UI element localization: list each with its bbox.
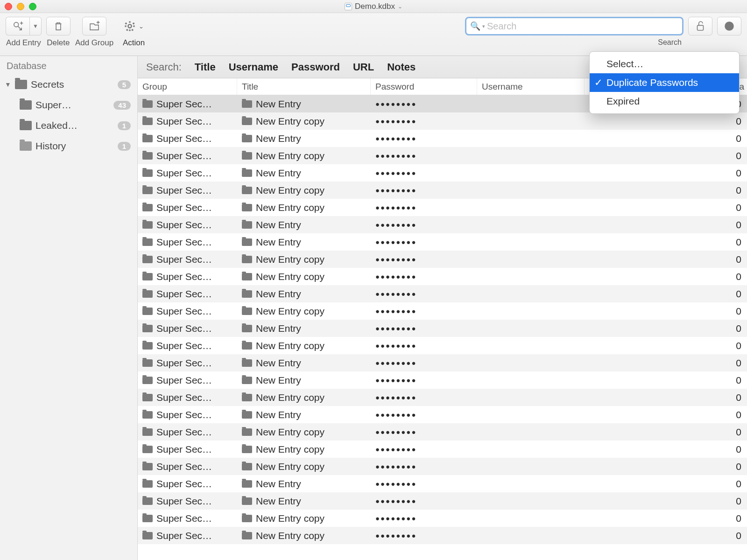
table-row[interactable]: Super Sec…New Entry●●●●●●●●0 (138, 216, 747, 233)
add-group-button[interactable] (82, 17, 106, 35)
col-username[interactable]: Username (477, 78, 585, 95)
title-chevron-icon[interactable]: ⌄ (398, 3, 402, 10)
delete-button[interactable] (46, 17, 70, 35)
folder-icon (242, 446, 252, 453)
chevron-down-icon: ▼ (33, 23, 38, 29)
col-title[interactable]: Title (237, 78, 371, 95)
menu-item-expired[interactable]: Expired (590, 92, 739, 111)
cell-url (585, 130, 719, 147)
cell-username (477, 510, 585, 527)
menu-item-select[interactable]: Select… (590, 55, 739, 73)
cell-group: Super Sec… (138, 285, 237, 302)
table-row[interactable]: Super Sec…New Entry●●●●●●●●0 (138, 164, 747, 182)
sidebar-item-badge: 1 (118, 142, 131, 151)
table-row[interactable]: Super Sec…New Entry●●●●●●●●0 (138, 492, 747, 510)
cell-title: New Entry copy (237, 268, 371, 285)
menu-item-duplicatepasswords[interactable]: ✓Duplicate Passwords (590, 73, 739, 92)
sidebar-item-secrets[interactable]: ▼Secrets5 (0, 74, 137, 95)
cell-title: New Entry (237, 354, 371, 371)
cell-password: ●●●●●●●● (371, 371, 477, 389)
lock-group (688, 17, 712, 48)
cell-title: New Entry copy (237, 199, 371, 216)
add-entry-dropdown[interactable]: ▼ (29, 17, 42, 35)
svg-rect-1 (698, 25, 704, 30)
folder-icon (242, 515, 252, 522)
sidebar-item-label: Secrets (31, 79, 114, 90)
cell-username (477, 130, 585, 147)
disclosure-triangle-icon[interactable]: ▼ (5, 81, 11, 88)
search-scope-chevron-icon[interactable]: ▾ (482, 23, 485, 29)
table-row[interactable]: Super Sec…New Entry copy●●●●●●●●0 (138, 112, 747, 130)
folder-icon (242, 273, 252, 280)
cell-password: ●●●●●●●● (371, 164, 477, 182)
cell-attachments: 0 (719, 354, 747, 371)
table-row[interactable]: Super Sec…New Entry copy●●●●●●●●0 (138, 527, 747, 544)
table-row[interactable]: Super Sec…New Entry copy●●●●●●●●0 (138, 389, 747, 406)
table-row[interactable]: Super Sec…New Entry copy●●●●●●●●0 (138, 199, 747, 216)
cell-attachments: 0 (719, 164, 747, 182)
table-row[interactable]: Super Sec…New Entry●●●●●●●●0 (138, 354, 747, 371)
table-row[interactable]: Super Sec…New Entry copy●●●●●●●●0 (138, 251, 747, 268)
add-entry-button[interactable] (6, 17, 29, 35)
table-row[interactable]: Super Sec…New Entry●●●●●●●●0 (138, 285, 747, 302)
sidebar-item-super[interactable]: Super…43 (0, 95, 137, 115)
table-row[interactable]: Super Sec…New Entry copy●●●●●●●●0 (138, 268, 747, 285)
filter-username[interactable]: Username (229, 61, 278, 73)
cell-url (585, 112, 719, 130)
window-title-text: Demo.kdbx (355, 2, 395, 11)
cell-title: New Entry copy (237, 112, 371, 130)
svg-point-4 (728, 23, 730, 25)
lock-button[interactable] (688, 17, 712, 35)
cell-attachments: 0 (719, 475, 747, 492)
cell-username (477, 147, 585, 164)
folder-icon (142, 135, 153, 142)
cell-password: ●●●●●●●● (371, 112, 477, 130)
table-row[interactable]: Super Sec…New Entry copy●●●●●●●●0 (138, 423, 747, 441)
search-group: 🔍 ▾ Search (465, 17, 684, 47)
folder-icon (242, 290, 252, 298)
cell-group: Super Sec… (138, 423, 237, 441)
cell-url (585, 302, 719, 320)
table-row[interactable]: Super Sec…New Entry copy●●●●●●●●0 (138, 337, 747, 354)
filter-title[interactable]: Title (195, 61, 216, 73)
table-row[interactable]: Super Sec…New Entry copy●●●●●●●●0 (138, 458, 747, 475)
table-row[interactable]: Super Sec…New Entry●●●●●●●●0 (138, 233, 747, 251)
table-row[interactable]: Super Sec…New Entry●●●●●●●●0 (138, 320, 747, 337)
add-group-label: Add Group (75, 38, 113, 48)
col-password[interactable]: Password (371, 78, 477, 95)
filter-url[interactable]: URL (353, 61, 374, 73)
action-button[interactable]: ⌄ (118, 17, 149, 35)
cell-username (477, 371, 585, 389)
table-row[interactable]: Super Sec…New Entry copy●●●●●●●●0 (138, 302, 747, 320)
cell-username (477, 199, 585, 216)
cell-group: Super Sec… (138, 475, 237, 492)
add-entry-label: Add Entry (6, 38, 41, 48)
table-row[interactable]: Super Sec…New Entry●●●●●●●●0 (138, 130, 747, 147)
folder-icon (142, 497, 153, 505)
col-group[interactable]: Group (138, 78, 237, 95)
cell-url (585, 475, 719, 492)
sidebar-item-badge: 1 (118, 121, 131, 130)
folder-icon (142, 480, 153, 488)
folder-icon (142, 394, 153, 401)
menu-item-label: Select… (606, 58, 643, 70)
sidebar-item-leaked[interactable]: Leaked…1 (0, 115, 137, 136)
info-button[interactable] (717, 17, 741, 35)
search-field[interactable]: 🔍 ▾ (465, 17, 684, 35)
cell-url (585, 233, 719, 251)
search-input[interactable] (487, 21, 678, 32)
cell-group: Super Sec… (138, 147, 237, 164)
filter-notes[interactable]: Notes (387, 61, 416, 73)
search-preset-menu: Select…✓Duplicate PasswordsExpired (589, 51, 740, 114)
table-row[interactable]: Super Sec…New Entry●●●●●●●●0 (138, 371, 747, 389)
folder-icon (242, 428, 252, 436)
table-row[interactable]: Super Sec…New Entry copy●●●●●●●●0 (138, 441, 747, 458)
table-row[interactable]: Super Sec…New Entry copy●●●●●●●●0 (138, 510, 747, 527)
table-row[interactable]: Super Sec…New Entry copy●●●●●●●●0 (138, 147, 747, 164)
sidebar-item-history[interactable]: History1 (0, 136, 137, 156)
table-row[interactable]: Super Sec…New Entry●●●●●●●●0 (138, 406, 747, 423)
filter-password[interactable]: Password (291, 61, 340, 73)
folder-icon (242, 100, 252, 108)
table-row[interactable]: Super Sec…New Entry copy●●●●●●●●0 (138, 182, 747, 199)
table-row[interactable]: Super Sec…New Entry●●●●●●●●0 (138, 475, 747, 492)
